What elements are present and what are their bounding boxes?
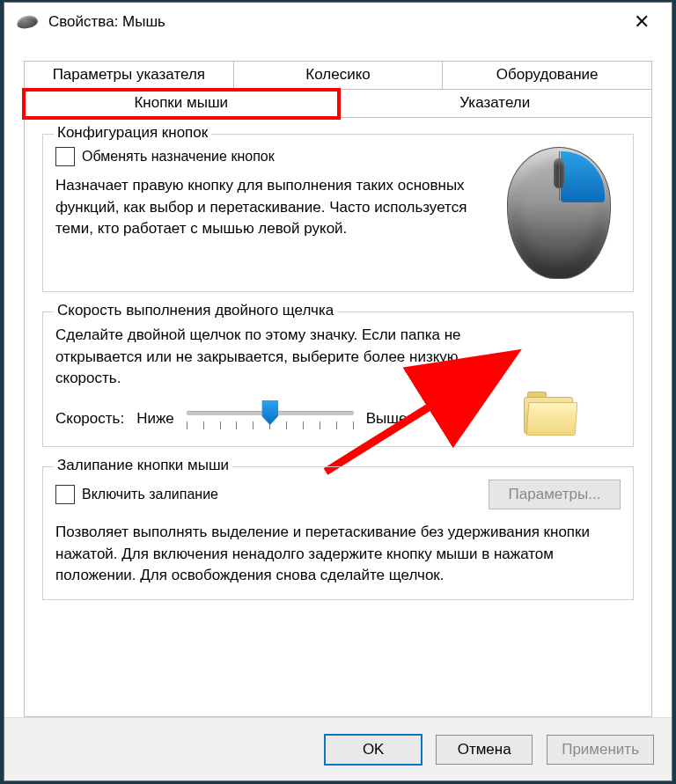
group-clicklock-title: Залипание кнопки мыши	[54, 457, 232, 474]
close-button[interactable]: ✕	[617, 5, 666, 39]
mouse-illustration	[507, 147, 611, 279]
speed-fast-label: Выше	[366, 410, 408, 428]
clicklock-settings-button: Параметры...	[489, 480, 621, 509]
doubleclick-test-folder-icon[interactable]	[524, 392, 577, 434]
tab-pointers[interactable]: Указатели	[339, 90, 653, 118]
group-button-config: Конфигурация кнопок Обменять назначение …	[42, 134, 634, 292]
speed-slow-label: Ниже	[136, 410, 174, 428]
group-doubleclick-speed: Скорость выполнения двойного щелчка Сдел…	[42, 311, 634, 447]
mouse-wheel-icon	[554, 158, 564, 188]
swap-buttons-checkbox-row[interactable]: Обменять назначение кнопок	[55, 147, 489, 166]
swap-buttons-label: Обменять назначение кнопок	[82, 149, 275, 165]
apply-button[interactable]: Применить	[547, 735, 654, 765]
tab-row-top: Параметры указателя Колесико Оборудовани…	[24, 61, 652, 90]
tab-strip: Параметры указателя Колесико Оборудовани…	[24, 57, 652, 118]
group-button-config-title: Конфигурация кнопок	[54, 124, 211, 142]
swap-buttons-description: Назначает правую кнопку для выполнения т…	[55, 175, 489, 240]
mouse-right-button-highlight	[561, 151, 605, 202]
window-title: Свойства: Мышь	[48, 13, 617, 31]
titlebar[interactable]: Свойства: Мышь ✕	[4, 3, 672, 41]
doubleclick-speed-slider[interactable]	[187, 404, 354, 434]
group-speed-title: Скорость выполнения двойного щелчка	[54, 302, 337, 319]
client-area: Параметры указателя Колесико Оборудовани…	[4, 41, 672, 717]
clicklock-description: Позволяет выполнять выделение и перетаск…	[55, 522, 621, 587]
tab-buttons[interactable]: Кнопки мыши	[24, 90, 339, 118]
swap-buttons-checkbox[interactable]	[55, 147, 75, 166]
clicklock-label: Включить залипание	[82, 487, 218, 502]
cancel-button[interactable]: Отмена	[436, 735, 533, 765]
tab-wheel[interactable]: Колесико	[234, 61, 444, 90]
tab-row-bottom: Кнопки мыши Указатели	[24, 90, 652, 118]
group-clicklock: Залипание кнопки мыши Включить залипание…	[42, 466, 634, 600]
clicklock-checkbox-row[interactable]: Включить залипание	[55, 485, 218, 504]
mouse-icon	[16, 14, 39, 31]
ok-button[interactable]: OK	[325, 735, 422, 765]
clicklock-checkbox[interactable]	[55, 485, 75, 504]
speed-description: Сделайте двойной щелчок по этому значку.…	[55, 325, 480, 390]
tab-pointer-options[interactable]: Параметры указателя	[24, 61, 234, 90]
dialog-footer: OK Отмена Применить	[4, 717, 672, 780]
speed-label: Скорость:	[55, 410, 124, 428]
dialog-window: Свойства: Мышь ✕ Параметры указателя Кол…	[4, 2, 672, 781]
tab-hardware[interactable]: Оборудование	[443, 61, 652, 90]
tab-panel: Конфигурация кнопок Обменять назначение …	[24, 118, 652, 717]
